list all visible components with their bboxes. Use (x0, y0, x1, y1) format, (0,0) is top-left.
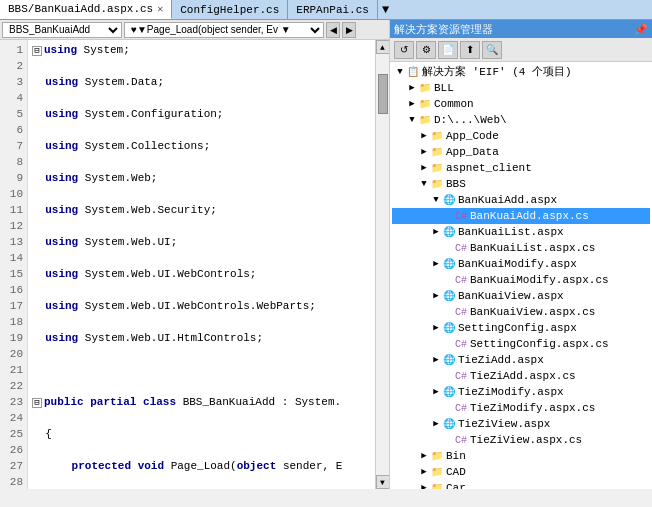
explorer-toolbar: ↺ ⚙ 📄 ⬆ 🔍 (390, 38, 652, 62)
scroll-thumb[interactable] (378, 74, 388, 114)
expand-icon-cad[interactable]: ▶ (418, 466, 430, 478)
folder-icon-cad: 📁 (430, 465, 444, 479)
tree-label-bankuaimodify-cs: BanKuaiModify.aspx.cs (470, 272, 609, 288)
tab-bar: BBS/BanKuaiAdd.aspx.cs ✕ ConfigHelper.cs… (0, 0, 652, 20)
tree-item-bbs[interactable]: ▼ 📁 BBS (392, 176, 650, 192)
tree-item-tieziadd-cs[interactable]: C# TieZiAdd.aspx.cs (392, 368, 650, 384)
expand-icon-app-code[interactable]: ▶ (418, 130, 430, 142)
expand-icon-app-data[interactable]: ▶ (418, 146, 430, 158)
tree-label-tieziadd-aspx: TieZiAdd.aspx (458, 352, 544, 368)
method-selector[interactable]: ♥▼Page_Load(object sender, Ev ▼ (124, 22, 324, 38)
scroll-down-arrow[interactable]: ▼ (376, 475, 390, 489)
tree-label-app-data: App_Data (446, 144, 499, 160)
toolbar-btn-5[interactable]: 🔍 (482, 41, 502, 59)
tree-label-tieziadd-cs: TieZiAdd.aspx.cs (470, 368, 576, 384)
tree-label-tieziview-cs: TieZiView.aspx.cs (470, 432, 582, 448)
cs-icon-bankuaimodify: C# (454, 273, 468, 287)
tree-item-aspnet-client[interactable]: ▶ 📁 aspnet_client (392, 160, 650, 176)
code-toolbar: BBS_BanKuaiAdd ♥▼Page_Load(object sender… (0, 20, 389, 40)
tree-item-bankuaimodify-aspx[interactable]: ▶ 🌐 BanKuaiModify.aspx (392, 256, 650, 272)
tree-item-bankuaiadd-aspx[interactable]: ▼ 🌐 BanKuaiAdd.aspx (392, 192, 650, 208)
tree-item-solution[interactable]: ▼ 📋 解决方案 'EIF' (4 个项目) (392, 64, 650, 80)
toolbar-btn-4[interactable]: ⬆ (460, 41, 480, 59)
aspx-icon-settingconfig: 🌐 (442, 321, 456, 335)
scroll-right-button[interactable]: ▶ (342, 22, 356, 38)
tree-item-tieziview-aspx[interactable]: ▶ 🌐 TieZiView.aspx (392, 416, 650, 432)
class-selector[interactable]: BBS_BanKuaiAdd (2, 22, 122, 38)
tab-bankkuaiadd[interactable]: BBS/BanKuaiAdd.aspx.cs ✕ (0, 0, 172, 19)
folder-icon-bbs: 📁 (430, 177, 444, 191)
folder-icon-common: 📁 (418, 97, 432, 111)
tree-item-car[interactable]: ▶ 📁 Car (392, 480, 650, 489)
expand-icon-car[interactable]: ▶ (418, 482, 430, 489)
expand-icon-bankuaiadd-aspx[interactable]: ▼ (430, 194, 442, 206)
expand-icon-settingconfig-aspx[interactable]: ▶ (430, 322, 442, 334)
tree-item-bankuaimodify-cs[interactable]: C# BanKuaiModify.aspx.cs (392, 272, 650, 288)
tree-label-bin: Bin (446, 448, 466, 464)
cs-icon-tiezimodify: C# (454, 401, 468, 415)
scroll-left-button[interactable]: ◀ (326, 22, 340, 38)
explorer-title: 解决方案资源管理器 (394, 22, 493, 37)
expand-icon-bll[interactable]: ▶ (406, 82, 418, 94)
tree-item-settingconfig-cs[interactable]: C# SettingConfig.aspx.cs (392, 336, 650, 352)
expand-icon-bankuailist-cs (442, 242, 454, 254)
tree-item-common[interactable]: ▶ 📁 Common (392, 96, 650, 112)
expand-icon-common[interactable]: ▶ (406, 98, 418, 110)
tab-label: ERPAnPai.cs (296, 4, 369, 16)
collapse-icon-1[interactable]: ⊟ (32, 46, 42, 56)
tree-item-tiezimodify-cs[interactable]: C# TieZiModify.aspx.cs (392, 400, 650, 416)
collapse-icon-12[interactable]: ⊟ (32, 398, 42, 408)
solution-icon: 📋 (406, 65, 420, 79)
explorer-tree: ▼ 📋 解决方案 'EIF' (4 个项目) ▶ 📁 BLL ▶ 📁 Comm (390, 62, 652, 489)
expand-icon-bankuailist-aspx[interactable]: ▶ (430, 226, 442, 238)
expand-icon-bankuaiview-aspx[interactable]: ▶ (430, 290, 442, 302)
expand-icon-web[interactable]: ▼ (406, 114, 418, 126)
pin-icon[interactable]: 📌 (634, 23, 648, 36)
cs-icon-tieziadd: C# (454, 369, 468, 383)
tree-item-bin[interactable]: ▶ 📁 Bin (392, 448, 650, 464)
tree-item-bankuailist-aspx[interactable]: ▶ 🌐 BanKuaiList.aspx (392, 224, 650, 240)
tree-item-settingconfig-aspx[interactable]: ▶ 🌐 SettingConfig.aspx (392, 320, 650, 336)
tree-item-tieziview-cs[interactable]: C# TieZiView.aspx.cs (392, 432, 650, 448)
tree-label-bankuaiadd-aspx: BanKuaiAdd.aspx (458, 192, 557, 208)
tree-item-bankuailist-cs[interactable]: C# BanKuaiList.aspx.cs (392, 240, 650, 256)
tree-label-tiezimodify-aspx: TieZiModify.aspx (458, 384, 564, 400)
expand-icon-solution[interactable]: ▼ (394, 66, 406, 78)
tree-item-cad[interactable]: ▶ 📁 CAD (392, 464, 650, 480)
expand-icon-tieziview-aspx[interactable]: ▶ (430, 418, 442, 430)
tree-item-tieziadd-aspx[interactable]: ▶ 🌐 TieZiAdd.aspx (392, 352, 650, 368)
tree-label-car: Car (446, 480, 466, 489)
expand-icon-bin[interactable]: ▶ (418, 450, 430, 462)
aspx-icon-tieziview: 🌐 (442, 417, 456, 431)
tree-label-tieziview-aspx: TieZiView.aspx (458, 416, 550, 432)
expand-icon-tiezimodify-aspx[interactable]: ▶ (430, 386, 442, 398)
toolbar-btn-2[interactable]: ⚙ (416, 41, 436, 59)
expand-icon-aspnet-client[interactable]: ▶ (418, 162, 430, 174)
toolbar-btn-1[interactable]: ↺ (394, 41, 414, 59)
tree-item-bankuaiadd-cs[interactable]: C# BanKuaiAdd.aspx.cs (392, 208, 650, 224)
tree-item-tiezimodify-aspx[interactable]: ▶ 🌐 TieZiModify.aspx (392, 384, 650, 400)
tree-label-cad: CAD (446, 464, 466, 480)
tree-item-bll[interactable]: ▶ 📁 BLL (392, 80, 650, 96)
tab-close-icon[interactable]: ✕ (157, 3, 163, 15)
expand-icon-bbs[interactable]: ▼ (418, 178, 430, 190)
vertical-scrollbar[interactable]: ▲ ▼ (375, 40, 389, 489)
folder-icon-app-code: 📁 (430, 129, 444, 143)
expand-icon-tieziadd-aspx[interactable]: ▶ (430, 354, 442, 366)
tab-confighelper[interactable]: ConfigHelper.cs (172, 0, 288, 19)
tab-overflow-button[interactable]: ▼ (378, 0, 393, 19)
tree-item-bankuaiview-cs[interactable]: C# BanKuaiView.aspx.cs (392, 304, 650, 320)
tree-item-app-code[interactable]: ▶ 📁 App_Code (392, 128, 650, 144)
tree-item-app-data[interactable]: ▶ 📁 App_Data (392, 144, 650, 160)
toolbar-btn-3[interactable]: 📄 (438, 41, 458, 59)
scroll-up-arrow[interactable]: ▲ (376, 40, 390, 54)
tree-label-bankuailist-cs: BanKuaiList.aspx.cs (470, 240, 595, 256)
expand-icon-bankuaimodify-aspx[interactable]: ▶ (430, 258, 442, 270)
tree-item-bankuaiview-aspx[interactable]: ▶ 🌐 BanKuaiView.aspx (392, 288, 650, 304)
code-panel: BBS_BanKuaiAdd ♥▼Page_Load(object sender… (0, 20, 390, 489)
code-content[interactable]: ⊟using System; using System.Data; using … (28, 40, 375, 489)
tab-erpanpai[interactable]: ERPAnPai.cs (288, 0, 378, 19)
tree-label-solution: 解决方案 'EIF' (4 个项目) (422, 64, 572, 80)
tree-item-web[interactable]: ▼ 📁 D:\...\Web\ (392, 112, 650, 128)
tree-label-settingconfig-aspx: SettingConfig.aspx (458, 320, 577, 336)
